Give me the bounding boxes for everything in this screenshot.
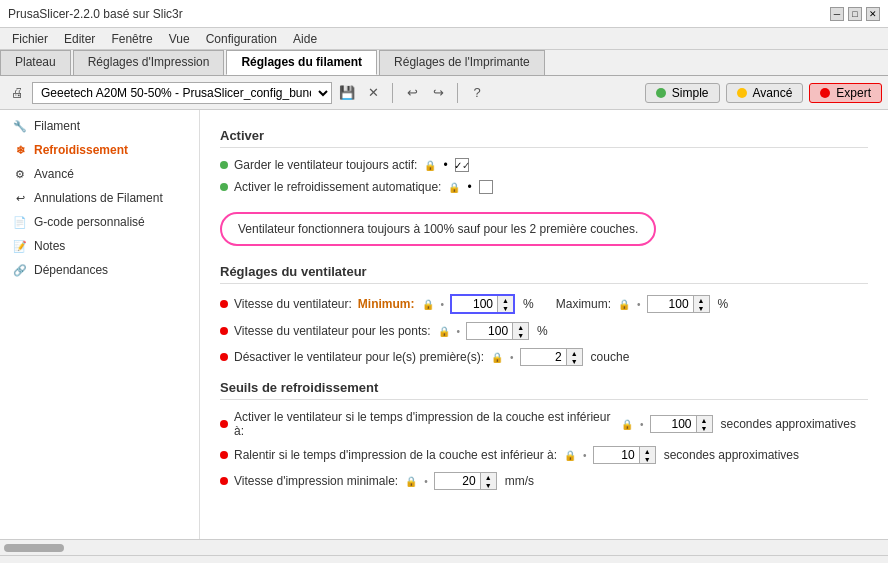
ventilateur-actif-indicator	[220, 161, 228, 169]
lock-icon-2: 🔒	[447, 180, 461, 194]
close-button[interactable]: ✕	[866, 7, 880, 21]
undo-icon[interactable]: ↩	[401, 82, 423, 104]
vitesse-max-spinner: ▲ ▼	[693, 296, 709, 312]
menu-configuration[interactable]: Configuration	[198, 30, 285, 47]
sidebar-item-annulations[interactable]: ↩ Annulations de Filament	[0, 186, 199, 210]
vitesse-impression-up[interactable]: ▲	[481, 473, 496, 481]
activer-section-header: Activer	[220, 128, 868, 148]
tab-plateau[interactable]: Plateau	[0, 50, 71, 75]
vitesse-max-up[interactable]: ▲	[694, 296, 709, 304]
minimize-button[interactable]: ─	[830, 7, 844, 21]
sidebar: 🔧 Filament ❄ Refroidissement ⚙ Avancé ↩ …	[0, 110, 200, 539]
expert-button[interactable]: Expert	[809, 83, 882, 103]
lock-icon-1: 🔒	[423, 158, 437, 172]
vitesse-max-down[interactable]: ▼	[694, 304, 709, 312]
avance-button[interactable]: Avancé	[726, 83, 804, 103]
seuil-activer-down[interactable]: ▼	[697, 424, 712, 432]
sidebar-item-gcode[interactable]: 📄 G-code personnalisé	[0, 210, 199, 234]
delete-icon[interactable]: ✕	[362, 82, 384, 104]
refroidissement-auto-indicator	[220, 183, 228, 191]
refroidissement-icon: ❄	[12, 142, 28, 158]
seuil-ralentir-down[interactable]: ▼	[640, 455, 655, 463]
desactiver-label: Désactiver le ventilateur pour le(s) pre…	[234, 350, 484, 364]
app-title: PrusaSlicer-2.2.0 basé sur Slic3r	[8, 7, 183, 21]
vitesse-ponts-down[interactable]: ▼	[513, 331, 528, 339]
dot-spacer5: •	[457, 326, 461, 337]
simple-button[interactable]: Simple	[645, 83, 720, 103]
seuil-activer-input[interactable]	[651, 416, 696, 432]
printer-icon: 🖨	[6, 82, 28, 104]
expert-label: Expert	[836, 86, 871, 100]
sidebar-label-filament: Filament	[34, 119, 80, 133]
window-controls: ─ □ ✕	[830, 7, 880, 21]
vitesse-ponts-up[interactable]: ▲	[513, 323, 528, 331]
seuil-ralentir-up[interactable]: ▲	[640, 447, 655, 455]
seuil-activer-row: Activer le ventilateur si le temps d'imp…	[220, 410, 868, 438]
vitesse-ponts-row: Vitesse du ventilateur pour les ponts: 🔒…	[220, 322, 868, 340]
sidebar-item-filament[interactable]: 🔧 Filament	[0, 114, 199, 138]
sidebar-item-refroidissement[interactable]: ❄ Refroidissement	[0, 138, 199, 162]
maximize-button[interactable]: □	[848, 7, 862, 21]
desactiver-down[interactable]: ▼	[567, 357, 582, 365]
vitesse-max-unit: %	[718, 297, 729, 311]
vitesse-indicator	[220, 300, 228, 308]
lock-icon-9: 🔒	[404, 474, 418, 488]
vitesse-impression-unit: mm/s	[505, 474, 534, 488]
vitesse-impression-indicator	[220, 477, 228, 485]
tab-reglages-imprimante[interactable]: Réglages de l'Imprimante	[379, 50, 545, 75]
simple-dot	[656, 88, 666, 98]
sidebar-item-avance[interactable]: ⚙ Avancé	[0, 162, 199, 186]
seuil-ralentir-input[interactable]	[594, 447, 639, 463]
tab-reglages-filament[interactable]: Réglages du filament	[226, 50, 377, 75]
vitesse-ponts-input[interactable]	[467, 323, 512, 339]
sidebar-label-annulations: Annulations de Filament	[34, 191, 163, 205]
dot-spacer2: •	[467, 180, 473, 194]
menu-aide[interactable]: Aide	[285, 30, 325, 47]
vitesse-min-up[interactable]: ▲	[498, 296, 513, 304]
seuil-activer-spinner: ▲ ▼	[696, 416, 712, 432]
quality-buttons: Simple Avancé Expert	[645, 83, 882, 103]
refroidissement-auto-label: Activer le refroidissement automatique:	[234, 180, 441, 194]
vitesse-impression-input[interactable]	[435, 473, 480, 489]
profile-select[interactable]: Geeetech A20M 50-50% - PrusaSlicer_confi…	[32, 82, 332, 104]
lock-icon-3: 🔒	[421, 297, 435, 311]
vitesse-impression-spinner: ▲ ▼	[480, 473, 496, 489]
menu-editer[interactable]: Editer	[56, 30, 103, 47]
menu-vue[interactable]: Vue	[161, 30, 198, 47]
vitesse-max-input[interactable]	[648, 296, 693, 312]
toolbar-separator	[392, 83, 393, 103]
help-icon[interactable]: ?	[466, 82, 488, 104]
sidebar-item-notes[interactable]: 📝 Notes	[0, 234, 199, 258]
vitesse-min-down[interactable]: ▼	[498, 304, 513, 312]
horizontal-scrollbar[interactable]	[0, 539, 888, 555]
desactiver-input[interactable]	[521, 349, 566, 365]
simple-label: Simple	[672, 86, 709, 100]
refroidissement-auto-checkbox[interactable]	[479, 180, 493, 194]
seuil-ralentir-input-wrap: ▲ ▼	[593, 446, 656, 464]
desactiver-input-wrap: ▲ ▼	[520, 348, 583, 366]
annulations-icon: ↩	[12, 190, 28, 206]
save-icon[interactable]: 💾	[336, 82, 358, 104]
menu-fichier[interactable]: Fichier	[4, 30, 56, 47]
maximum-label: Maximum:	[556, 297, 611, 311]
vitesse-ponts-spinner: ▲ ▼	[512, 323, 528, 339]
scroll-thumb[interactable]	[4, 544, 64, 552]
seuil-activer-up[interactable]: ▲	[697, 416, 712, 424]
menu-fenetre[interactable]: Fenêtre	[103, 30, 160, 47]
sidebar-item-dependances[interactable]: 🔗 Dépendances	[0, 258, 199, 282]
desactiver-up[interactable]: ▲	[567, 349, 582, 357]
tab-reglages-impression[interactable]: Réglages d'Impression	[73, 50, 225, 75]
vitesse-impression-row: Vitesse d'impression minimale: 🔒 • ▲ ▼ m…	[220, 472, 868, 490]
vitesse-impression-down[interactable]: ▼	[481, 481, 496, 489]
avance-dot	[737, 88, 747, 98]
redo-icon[interactable]: ↪	[427, 82, 449, 104]
ventilateur-actif-checkbox[interactable]: ✓	[455, 158, 469, 172]
lock-icon-5: 🔒	[437, 324, 451, 338]
filament-icon: 🔧	[12, 118, 28, 134]
expert-dot	[820, 88, 830, 98]
notes-icon: 📝	[12, 238, 28, 254]
seuil-activer-input-wrap: ▲ ▼	[650, 415, 713, 433]
vitesse-impression-label: Vitesse d'impression minimale:	[234, 474, 398, 488]
vitesse-min-input[interactable]	[452, 296, 497, 312]
title-bar: PrusaSlicer-2.2.0 basé sur Slic3r ─ □ ✕	[0, 0, 888, 28]
